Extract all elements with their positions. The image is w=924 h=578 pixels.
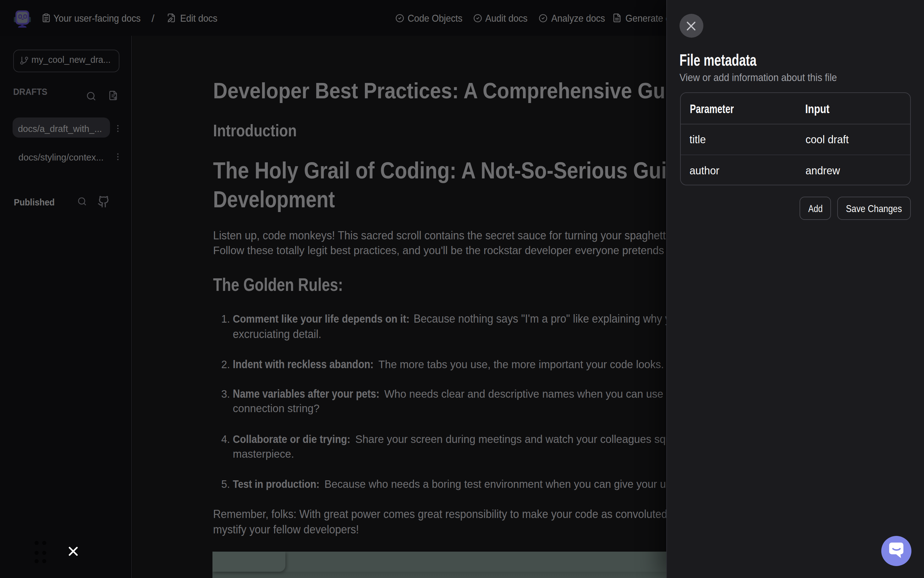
svg-text:author: author xyxy=(690,164,719,177)
svg-text:File metadata: File metadata xyxy=(680,51,757,69)
svg-text:andrew: andrew xyxy=(805,164,840,177)
svg-text:Add: Add xyxy=(808,203,823,214)
svg-text:Input: Input xyxy=(805,102,830,115)
svg-text:View or add information about: View or add information about this file xyxy=(680,71,837,83)
svg-text:cool draft: cool draft xyxy=(805,133,849,145)
svg-text:title: title xyxy=(690,133,706,145)
svg-text:Save Changes: Save Changes xyxy=(846,203,902,214)
svg-text:Parameter: Parameter xyxy=(690,102,734,115)
